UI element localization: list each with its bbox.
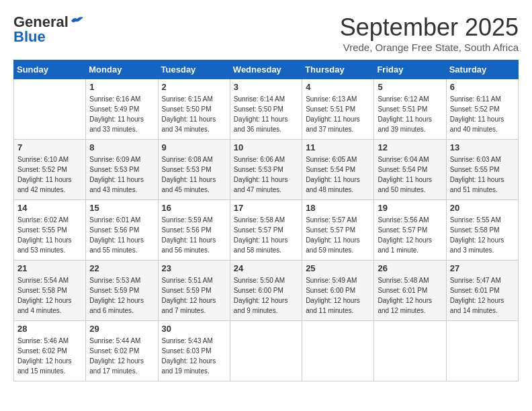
day-info: Sunrise: 6:02 AM Sunset: 5:55 PM Dayligh… (17, 215, 82, 255)
day-cell: 13Sunrise: 6:03 AM Sunset: 5:55 PM Dayli… (446, 140, 518, 200)
day-cell: 12Sunrise: 6:04 AM Sunset: 5:54 PM Dayli… (374, 140, 446, 200)
column-header-tuesday: Tuesday (158, 60, 230, 79)
day-info: Sunrise: 6:04 AM Sunset: 5:54 PM Dayligh… (378, 154, 442, 195)
day-info: Sunrise: 6:12 AM Sunset: 5:51 PM Dayligh… (378, 94, 442, 134)
day-cell: 1Sunrise: 6:16 AM Sunset: 5:49 PM Daylig… (86, 79, 158, 140)
day-number: 23 (162, 263, 226, 273)
day-cell: 17Sunrise: 5:58 AM Sunset: 5:57 PM Dayli… (230, 200, 302, 261)
day-number: 1 (89, 82, 154, 92)
day-number: 25 (306, 263, 370, 273)
day-info: Sunrise: 6:06 AM Sunset: 5:53 PM Dayligh… (234, 154, 298, 195)
day-cell: 25Sunrise: 5:49 AM Sunset: 6:00 PM Dayli… (302, 261, 374, 321)
day-number: 11 (306, 142, 370, 152)
day-number: 30 (162, 324, 226, 334)
day-cell (374, 321, 446, 381)
day-number: 2 (162, 82, 226, 92)
day-cell: 29Sunrise: 5:44 AM Sunset: 6:02 PM Dayli… (86, 321, 158, 381)
day-cell: 14Sunrise: 6:02 AM Sunset: 5:55 PM Dayli… (14, 200, 86, 261)
day-info: Sunrise: 5:55 AM Sunset: 5:58 PM Dayligh… (450, 215, 515, 255)
day-info: Sunrise: 6:08 AM Sunset: 5:53 PM Dayligh… (162, 154, 226, 195)
page-header: General Blue September 2025 Vrede, Orang… (13, 13, 519, 53)
day-info: Sunrise: 5:47 AM Sunset: 6:01 PM Dayligh… (450, 275, 515, 316)
calendar-table: SundayMondayTuesdayWednesdayThursdayFrid… (13, 60, 519, 381)
day-cell (14, 79, 86, 140)
day-number: 13 (450, 142, 515, 152)
day-cell: 8Sunrise: 6:09 AM Sunset: 5:53 PM Daylig… (86, 140, 158, 200)
day-cell: 6Sunrise: 6:11 AM Sunset: 5:52 PM Daylig… (446, 79, 518, 140)
day-number: 19 (378, 203, 442, 213)
day-info: Sunrise: 6:11 AM Sunset: 5:52 PM Dayligh… (450, 94, 515, 134)
column-header-sunday: Sunday (14, 60, 86, 79)
day-number: 6 (450, 82, 515, 92)
day-number: 29 (89, 324, 154, 334)
day-cell: 7Sunrise: 6:10 AM Sunset: 5:52 PM Daylig… (14, 140, 86, 200)
week-row-2: 7Sunrise: 6:10 AM Sunset: 5:52 PM Daylig… (14, 140, 519, 200)
day-cell: 18Sunrise: 5:57 AM Sunset: 5:57 PM Dayli… (302, 200, 374, 261)
day-number: 20 (450, 203, 515, 213)
day-cell: 24Sunrise: 5:50 AM Sunset: 6:00 PM Dayli… (230, 261, 302, 321)
day-info: Sunrise: 6:03 AM Sunset: 5:55 PM Dayligh… (450, 154, 515, 195)
day-info: Sunrise: 6:16 AM Sunset: 5:49 PM Dayligh… (89, 94, 154, 134)
day-number: 5 (378, 82, 442, 92)
day-cell: 9Sunrise: 6:08 AM Sunset: 5:53 PM Daylig… (158, 140, 230, 200)
logo: General Blue (13, 13, 85, 46)
day-number: 15 (89, 203, 154, 213)
day-number: 14 (17, 203, 82, 213)
day-cell: 27Sunrise: 5:47 AM Sunset: 6:01 PM Dayli… (446, 261, 518, 321)
day-cell: 2Sunrise: 6:15 AM Sunset: 5:50 PM Daylig… (158, 79, 230, 140)
day-info: Sunrise: 5:59 AM Sunset: 5:56 PM Dayligh… (162, 215, 226, 255)
day-cell: 19Sunrise: 5:56 AM Sunset: 5:57 PM Dayli… (374, 200, 446, 261)
week-row-1: 1Sunrise: 6:16 AM Sunset: 5:49 PM Daylig… (14, 79, 519, 140)
day-info: Sunrise: 5:46 AM Sunset: 6:02 PM Dayligh… (17, 336, 82, 376)
week-row-4: 21Sunrise: 5:54 AM Sunset: 5:58 PM Dayli… (14, 261, 519, 321)
day-info: Sunrise: 5:50 AM Sunset: 6:00 PM Dayligh… (234, 275, 298, 316)
day-number: 4 (306, 82, 370, 92)
day-number: 16 (162, 203, 226, 213)
day-cell: 3Sunrise: 6:14 AM Sunset: 5:50 PM Daylig… (230, 79, 302, 140)
column-header-thursday: Thursday (302, 60, 374, 79)
day-info: Sunrise: 5:44 AM Sunset: 6:02 PM Dayligh… (89, 336, 154, 376)
day-info: Sunrise: 5:54 AM Sunset: 5:58 PM Dayligh… (17, 275, 82, 316)
day-info: Sunrise: 6:13 AM Sunset: 5:51 PM Dayligh… (306, 94, 370, 134)
column-header-saturday: Saturday (446, 60, 518, 79)
day-cell: 26Sunrise: 5:48 AM Sunset: 6:01 PM Dayli… (374, 261, 446, 321)
day-info: Sunrise: 5:58 AM Sunset: 5:57 PM Dayligh… (234, 215, 298, 255)
day-number: 3 (234, 82, 298, 92)
day-info: Sunrise: 5:43 AM Sunset: 6:03 PM Dayligh… (162, 336, 226, 376)
day-info: Sunrise: 6:15 AM Sunset: 5:50 PM Dayligh… (162, 94, 226, 134)
day-number: 12 (378, 142, 442, 152)
column-header-friday: Friday (374, 60, 446, 79)
day-number: 8 (89, 142, 154, 152)
day-info: Sunrise: 5:56 AM Sunset: 5:57 PM Dayligh… (378, 215, 442, 255)
day-number: 9 (162, 142, 226, 152)
day-number: 24 (234, 263, 298, 273)
day-cell: 4Sunrise: 6:13 AM Sunset: 5:51 PM Daylig… (302, 79, 374, 140)
day-info: Sunrise: 5:51 AM Sunset: 5:59 PM Dayligh… (162, 275, 226, 316)
day-number: 28 (17, 324, 82, 334)
day-number: 18 (306, 203, 370, 213)
column-header-wednesday: Wednesday (230, 60, 302, 79)
day-cell: 5Sunrise: 6:12 AM Sunset: 5:51 PM Daylig… (374, 79, 446, 140)
header-row: SundayMondayTuesdayWednesdayThursdayFrid… (14, 60, 519, 79)
day-cell: 10Sunrise: 6:06 AM Sunset: 5:53 PM Dayli… (230, 140, 302, 200)
day-cell: 21Sunrise: 5:54 AM Sunset: 5:58 PM Dayli… (14, 261, 86, 321)
day-info: Sunrise: 6:05 AM Sunset: 5:54 PM Dayligh… (306, 154, 370, 195)
day-info: Sunrise: 6:14 AM Sunset: 5:50 PM Dayligh… (234, 94, 298, 134)
day-number: 10 (234, 142, 298, 152)
day-number: 21 (17, 263, 82, 273)
day-info: Sunrise: 5:48 AM Sunset: 6:01 PM Dayligh… (378, 275, 442, 316)
day-cell: 16Sunrise: 5:59 AM Sunset: 5:56 PM Dayli… (158, 200, 230, 261)
day-number: 22 (89, 263, 154, 273)
day-info: Sunrise: 6:10 AM Sunset: 5:52 PM Dayligh… (17, 154, 82, 195)
day-cell (446, 321, 518, 381)
day-cell: 23Sunrise: 5:51 AM Sunset: 5:59 PM Dayli… (158, 261, 230, 321)
day-cell: 28Sunrise: 5:46 AM Sunset: 6:02 PM Dayli… (14, 321, 86, 381)
month-title: September 2025 (340, 13, 519, 42)
day-number: 26 (378, 263, 442, 273)
location-subtitle: Vrede, Orange Free State, South Africa (340, 42, 519, 53)
week-row-3: 14Sunrise: 6:02 AM Sunset: 5:55 PM Dayli… (14, 200, 519, 261)
logo-blue: Blue (13, 28, 46, 46)
day-info: Sunrise: 5:53 AM Sunset: 5:59 PM Dayligh… (89, 275, 154, 316)
week-row-5: 28Sunrise: 5:46 AM Sunset: 6:02 PM Dayli… (14, 321, 519, 381)
day-info: Sunrise: 5:57 AM Sunset: 5:57 PM Dayligh… (306, 215, 370, 255)
